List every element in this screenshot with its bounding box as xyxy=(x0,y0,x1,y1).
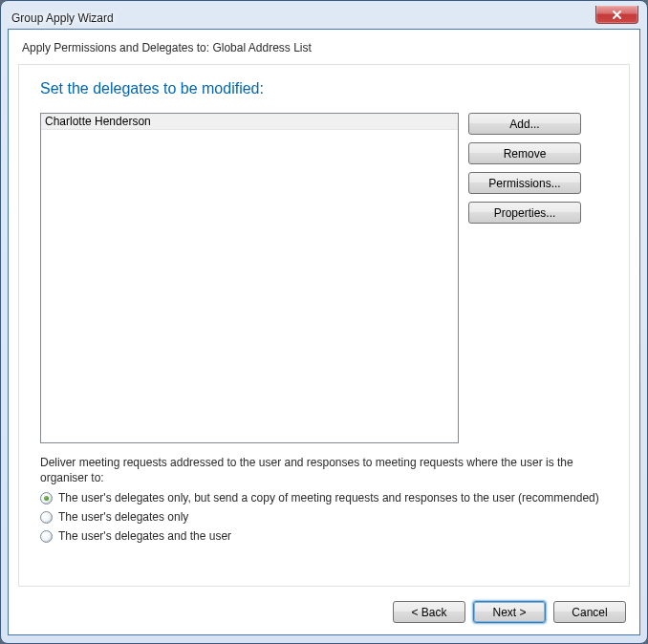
page-heading: Set the delegates to be modified: xyxy=(19,65,629,103)
subtitle: Apply Permissions and Delegates to: Glob… xyxy=(9,30,639,64)
radio-option[interactable]: The user's delegates only xyxy=(40,510,614,524)
titlebar[interactable]: Group Apply Wizard xyxy=(8,8,640,29)
wizard-footer: < Back Next > Cancel xyxy=(393,601,626,623)
properties-button[interactable]: Properties... xyxy=(468,202,581,224)
remove-button[interactable]: Remove xyxy=(468,142,581,164)
delegates-listbox[interactable]: Charlotte Henderson xyxy=(40,113,459,443)
close-icon xyxy=(611,10,623,20)
next-button[interactable]: Next > xyxy=(473,601,546,623)
client-area: Apply Permissions and Delegates to: Glob… xyxy=(8,29,640,635)
radio-option[interactable]: The user's delegates and the user xyxy=(40,529,614,543)
cancel-button[interactable]: Cancel xyxy=(553,601,626,623)
subtitle-target: Global Address List xyxy=(212,41,311,54)
page-body: Charlotte Henderson Add... Remove Permis… xyxy=(40,113,614,576)
back-button[interactable]: < Back xyxy=(393,601,465,623)
list-item[interactable]: Charlotte Henderson xyxy=(41,114,458,130)
radio-label: The user's delegates only, but send a co… xyxy=(58,491,599,504)
close-button[interactable] xyxy=(595,6,638,24)
subtitle-prefix: Apply Permissions and Delegates to: xyxy=(22,41,212,54)
radio-icon xyxy=(40,511,53,524)
delegates-list-container: Charlotte Henderson xyxy=(40,113,459,443)
wizard-page-panel: Set the delegates to be modified: Charlo… xyxy=(18,64,630,587)
window-title: Group Apply Wizard xyxy=(11,11,114,25)
permissions-button[interactable]: Permissions... xyxy=(468,172,581,194)
radio-option[interactable]: The user's delegates only, but send a co… xyxy=(40,491,614,504)
radio-label: The user's delegates and the user xyxy=(58,529,231,543)
radio-icon xyxy=(40,492,53,504)
radio-label: The user's delegates only xyxy=(58,510,188,524)
sidebar-buttons: Add... Remove Permissions... Properties.… xyxy=(468,113,581,224)
add-button[interactable]: Add... xyxy=(468,113,581,135)
delivery-radio-group: Deliver meeting requests addressed to th… xyxy=(40,455,614,548)
radio-intro-text: Deliver meeting requests addressed to th… xyxy=(40,455,614,485)
wizard-window: Group Apply Wizard Apply Permissions and… xyxy=(0,0,648,644)
radio-icon xyxy=(40,530,53,543)
